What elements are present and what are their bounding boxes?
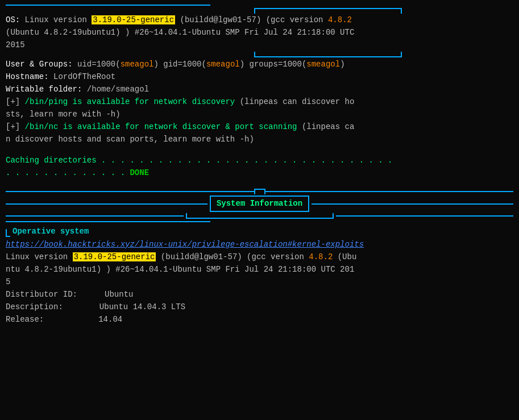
caching-line2: . . . . . . . . . . . . . DONE (6, 167, 513, 179)
linux-mid: (buildd@lgw01-57) (gcc version (156, 252, 309, 261)
os-post: (Ubuntu 4.8.2-19ubuntu1) ) #26~14.04.1-U… (6, 28, 354, 37)
sysinfo-line2 (6, 221, 210, 222)
writable-val: /home/smeagol (82, 85, 149, 94)
exploit-link-line: https://book.hacktricks.xyz/linux-unix/p… (6, 239, 513, 251)
spacer1 (6, 146, 513, 154)
sysinfo-title-line-left (6, 203, 207, 205)
sysinfo-divider-bottom (6, 213, 513, 219)
hostname-val: LordOfTheRoot (49, 72, 116, 81)
os-line3: 2015 (6, 39, 513, 51)
user-name3: smeagol (306, 60, 340, 69)
user-label: User & Groups: (6, 60, 73, 69)
caching-text1: Caching directories . . . . . . . . . . … (6, 156, 393, 165)
os-kernel: 3.19.0-25-generic (92, 15, 175, 24)
release-line: Release:14.04 (6, 314, 513, 326)
nc-link: /bin/nc is available for network discove… (25, 122, 297, 131)
ping-suffix: (linpeas can discover ho (235, 97, 354, 106)
spacer2 (6, 180, 513, 188)
operative-bracket-left (6, 229, 10, 237)
sysinfo-title-row: System Information (6, 196, 513, 212)
writable-line: Writable folder: /home/smeagol (6, 84, 513, 95)
ping-suffix2: sts, learn more with -h) (6, 110, 121, 119)
desc-line: Description:Ubuntu 14.04.3 LTS (6, 301, 513, 313)
nc-suffix: (linpeas ca (297, 122, 355, 131)
sysinfo-bot-line-left (6, 215, 184, 217)
terminal-window: OS: Linux version 3.19.0-25-generic (bui… (0, 0, 519, 331)
bracket-top (254, 8, 402, 14)
sysinfo-corner-tr (260, 189, 265, 194)
top-bracket-lower (6, 52, 513, 57)
user-end: ) (340, 60, 344, 69)
dist-id-val: Ubuntu (105, 290, 133, 299)
user-line: User & Groups: uid=1000(smeagol) gid=100… (6, 59, 513, 70)
desc-val: Ubuntu 14.04.3 LTS (99, 302, 185, 311)
linux-kernel: 3.19.0-25-generic (73, 252, 156, 261)
user-name1: smeagol (121, 60, 154, 69)
caching-line1: Caching directories . . . . . . . . . . … (6, 155, 513, 167)
release-val: 14.04 (98, 315, 122, 324)
linux-ver-line1: Linux version 3.19.0-25-generic (buildd@… (6, 251, 513, 263)
linux-post: (Ubu (333, 252, 356, 261)
release-label: Release: (6, 315, 44, 324)
nc-line2: n discover hosts and scan ports, learn m… (6, 134, 513, 145)
sysinfo-title-box: System Information (210, 196, 309, 212)
sysinfo-divider-top (6, 189, 513, 194)
sysinfo-corner-tl (254, 189, 260, 194)
caching-text2: . . . . . . . . . . . . . (6, 168, 130, 177)
ping-line1: [+] /bin/ping is available for network d… (6, 96, 513, 108)
caching-done: DONE (130, 168, 149, 177)
os-gcc: 4.8.2 (328, 15, 352, 24)
ping-prefix: [+] (6, 97, 25, 106)
bracket-bottom (254, 52, 402, 57)
dist-id-label: Distributor ID: (6, 290, 77, 299)
linux-ver-line2: ntu 4.8.2-19ubuntu1) ) #26~14.04.1-Ubunt… (6, 264, 513, 276)
sysinfo-line-right (265, 191, 514, 192)
linux-pre: Linux version (6, 252, 73, 261)
os-label: OS: (6, 15, 20, 24)
linux-gcc: 4.8.2 (309, 252, 333, 261)
user-pre: uid=1000( (73, 60, 121, 69)
user-mid2: ) groups=1000( (240, 60, 307, 69)
user-name2: smeagol (206, 60, 240, 69)
operative-title: Operative system (13, 226, 89, 238)
os-pre: Linux version (20, 15, 92, 24)
os-post2: 2015 (6, 40, 25, 49)
hostname-label: Hostname: (6, 72, 49, 81)
nc-line1: [+] /bin/nc is available for network dis… (6, 121, 513, 133)
writable-label: Writable folder: (6, 85, 82, 94)
top-divider (6, 5, 513, 6)
top-line-left (6, 5, 210, 6)
linux-ver-line3: 5 (6, 276, 513, 288)
sysinfo-bot-line-right (336, 215, 514, 217)
ping-link: /bin/ping is available for network disco… (25, 97, 235, 106)
sysinfo-line-left (6, 191, 254, 192)
os-line: OS: Linux version 3.19.0-25-generic (bui… (6, 14, 513, 26)
ping-line2: sts, learn more with -h) (6, 109, 513, 120)
os-mid: (buildd@lgw01-57) (gcc version (175, 15, 328, 24)
dist-id-line: Distributor ID:Ubuntu (6, 289, 513, 301)
sysinfo-title-line-right (312, 203, 513, 205)
hostname-line: Hostname: LordOfTheRoot (6, 71, 513, 83)
desc-label: Description: (6, 302, 63, 311)
top-bracket-upper (6, 8, 513, 14)
linux-post3: 5 (6, 277, 10, 286)
sysinfo-bracket-bottom (186, 213, 334, 219)
nc-prefix: [+] (6, 122, 25, 131)
sysinfo-title: System Information (217, 199, 302, 208)
exploit-link[interactable]: https://book.hacktricks.xyz/linux-unix/p… (6, 240, 364, 249)
os-line2: (Ubuntu 4.8.2-19ubuntu1) ) #26~14.04.1-U… (6, 27, 513, 39)
sysinfo-second-line (6, 221, 513, 222)
user-mid1: ) gid=1000( (153, 60, 206, 69)
linux-post2: ntu 4.8.2-19ubuntu1) ) #26~14.04.1-Ubunt… (6, 265, 354, 274)
operative-header: Operative system (6, 226, 513, 238)
nc-suffix2: n discover hosts and scan ports, learn m… (6, 135, 254, 144)
